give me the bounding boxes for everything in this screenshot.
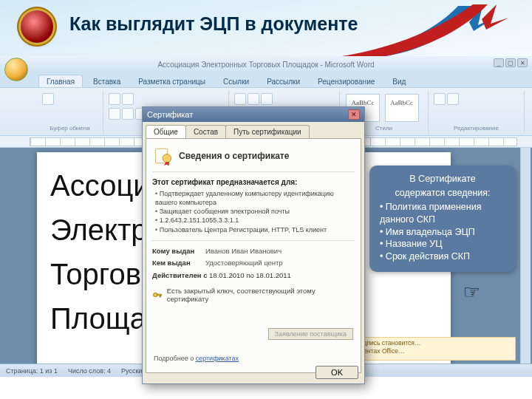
size-box[interactable]	[122, 93, 134, 105]
callout-item-1: Политика применения данного СКП	[380, 201, 507, 226]
status-page: Страница: 1 из 1	[6, 367, 58, 375]
tab-insert[interactable]: Вставка	[86, 75, 128, 87]
certificate-icon	[154, 146, 173, 166]
status-words: Число слов: 4	[68, 367, 111, 375]
find-icon[interactable]	[434, 93, 446, 105]
callout-head-2: содержатся сведения:	[378, 187, 507, 200]
purpose-title: Этот сертификат предназначается для:	[152, 178, 355, 186]
group-editing: Редактирование	[429, 91, 525, 132]
minimize-button[interactable]: _	[494, 58, 504, 67]
indent-icon[interactable]	[261, 93, 273, 105]
purpose-3: 1.2.643.2.151.1055.3.3.1.1	[155, 216, 355, 225]
ok-button[interactable]: OK	[316, 366, 358, 379]
purpose-1: Подтверждает удаленному компьютеру идент…	[155, 189, 355, 207]
italic-icon[interactable]	[122, 108, 134, 120]
tab-review[interactable]: Рецензирование	[310, 75, 382, 87]
paste-icon[interactable]	[42, 93, 54, 105]
tab-certpath[interactable]: Путь сертификации	[225, 125, 310, 138]
numbers-icon[interactable]	[248, 93, 259, 105]
tab-general[interactable]: Общие	[146, 125, 186, 138]
word-title-text: Ассоциация Электронных Торговых Площадок…	[157, 61, 374, 69]
slide-title: Как выглядит ЭЦП в документе	[69, 13, 358, 35]
replace-icon[interactable]	[447, 93, 459, 105]
doc-line-2: Электр	[50, 210, 148, 250]
callout-item-4: Срок действия СКП	[380, 250, 507, 263]
tab-layout[interactable]: Разметка страницы	[131, 75, 213, 87]
svg-point-1	[163, 154, 171, 163]
dialog-titlebar[interactable]: Сертификат ✕	[143, 107, 364, 122]
bullets-icon[interactable]	[234, 93, 246, 105]
private-key-note: Есть закрытый ключ, соответствующий этом…	[152, 287, 355, 303]
issuer-statement-button[interactable]: Заявление поставщика	[268, 328, 353, 340]
vertical-scrollbar[interactable]	[520, 148, 531, 364]
callout-head-1: В Сертификате	[378, 173, 507, 185]
tab-references[interactable]: Ссылки	[216, 75, 256, 87]
medal-badge	[21, 10, 53, 43]
certificates-link[interactable]: сертификатах	[196, 355, 239, 362]
font-box[interactable]	[109, 93, 120, 105]
info-callout: В Сертификате содержатся сведения: Полит…	[369, 166, 516, 272]
tab-home[interactable]: Главная	[38, 75, 83, 87]
doc-line-3: Торгов	[50, 254, 141, 294]
key-icon	[152, 290, 163, 300]
maximize-button[interactable]: ▢	[505, 58, 516, 67]
issued-to-label: Кому выдан	[152, 247, 205, 255]
cursor-hand-icon: ☜	[463, 281, 480, 304]
svg-rect-4	[160, 296, 160, 297]
issued-by-label: Кем выдан	[152, 259, 205, 267]
purpose-4: Пользователь Центра Регистрации, HTTP, T…	[155, 225, 355, 234]
office-orb[interactable]	[4, 58, 28, 81]
issued-to-value: Иванов Иван Иванович	[205, 247, 355, 255]
tab-mailings[interactable]: Рассылки	[259, 75, 307, 87]
callout-item-2: Имя владельца ЭЦП	[380, 226, 507, 239]
dialog-close-button[interactable]: ✕	[348, 109, 360, 120]
purpose-list: Подтверждает удаленному компьютеру идент…	[152, 189, 355, 234]
dialog-tabs: Общие Состав Путь сертификации	[143, 122, 364, 138]
ribbon-tabs: Главная Вставка Разметка страницы Ссылки…	[0, 72, 532, 87]
style-preview-2[interactable]: AaBbCc	[385, 94, 419, 122]
bold-icon[interactable]	[109, 108, 120, 120]
certificate-dialog: Сертификат ✕ Общие Состав Путь сертифика…	[142, 106, 365, 384]
purpose-2: Защищает сообщения электронной почты	[155, 207, 355, 216]
validity-row: Действителен с 18.01.2010 по 18.01.2011	[152, 271, 355, 279]
cert-header: Сведения о сертификате	[179, 151, 289, 161]
doc-line-4: Площа	[50, 299, 146, 338]
close-button[interactable]: ✕	[517, 58, 528, 67]
word-titlebar: Ассоциация Электронных Торговых Площадок…	[0, 56, 532, 72]
group-clipboard: Буфер обмена	[37, 91, 103, 132]
more-info: Подробнее о сертификатах	[154, 355, 239, 362]
tab-details[interactable]: Состав	[185, 125, 226, 138]
dialog-body: Сведения о сертификате Этот сертификат п…	[146, 138, 361, 373]
issued-by-value: Удостоверяющий центр	[205, 259, 355, 267]
tab-view[interactable]: Вид	[385, 75, 413, 87]
dialog-title-text: Сертификат	[147, 110, 193, 119]
callout-item-3: Название УЦ	[380, 238, 507, 250]
doc-line-1: Ассоци	[50, 166, 150, 205]
